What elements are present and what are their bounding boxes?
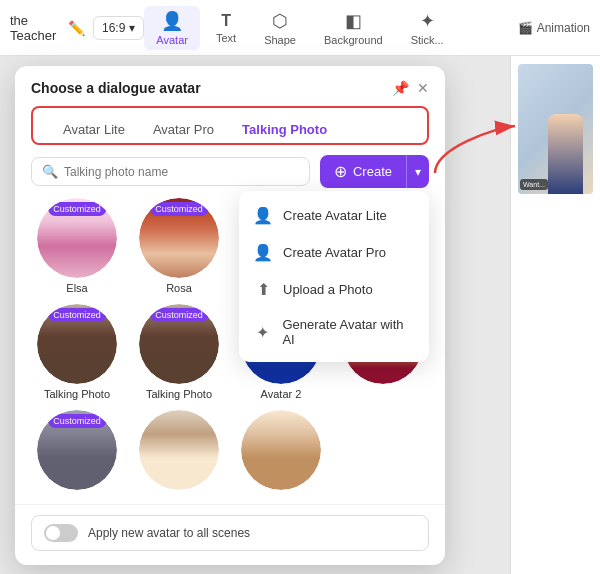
- dropdown-create-pro[interactable]: 👤 Create Avatar Pro: [239, 234, 429, 271]
- avatar-image: [241, 410, 321, 490]
- avatar-lite-icon: 👤: [253, 206, 273, 225]
- tool-sticker[interactable]: ✦ Stick...: [399, 6, 456, 50]
- create-button[interactable]: ⊕ Create: [320, 155, 406, 188]
- avatar-name: Talking Photo: [44, 388, 110, 400]
- edit-icon[interactable]: ✏️: [68, 20, 85, 36]
- tab-avatar-lite[interactable]: Avatar Lite: [49, 116, 139, 143]
- tab-talking-label: Talking Photo: [242, 122, 327, 137]
- avatar-img-wrapper: Customized: [37, 198, 117, 278]
- background-icon: ◧: [345, 10, 362, 32]
- search-box: 🔍: [31, 157, 310, 186]
- upload-icon: ⬆: [253, 280, 273, 299]
- modal-header-icons: 📌 ✕: [392, 80, 429, 96]
- toggle-apply-all[interactable]: [44, 524, 78, 542]
- dropdown-create-lite[interactable]: 👤 Create Avatar Lite: [239, 197, 429, 234]
- toggle-knob: [46, 526, 60, 540]
- create-dropdown-menu: 👤 Create Avatar Lite 👤 Create Avatar Pro…: [239, 191, 429, 362]
- pin-icon[interactable]: 📌: [392, 80, 409, 96]
- project-title: the Teacher: [10, 13, 60, 43]
- tab-pro-label: Avatar Pro: [153, 122, 214, 137]
- dropdown-generate-ai[interactable]: ✦ Generate Avatar with AI: [239, 308, 429, 356]
- dropdown-ai-label: Generate Avatar with AI: [282, 317, 415, 347]
- list-item[interactable]: Customized Talking Photo: [133, 304, 225, 400]
- list-item[interactable]: Customized Rosa: [133, 198, 225, 294]
- ai-icon: ✦: [253, 323, 272, 342]
- tool-shape[interactable]: ⬡ Shape: [252, 6, 308, 50]
- tool-background-label: Background: [324, 34, 383, 46]
- avatar-img-wrapper: Customized: [37, 410, 117, 490]
- avatar-name: Rosa: [166, 282, 192, 294]
- customized-badge: Customized: [150, 202, 208, 216]
- create-btn-group: ⊕ Create ▾ 👤 Create Avatar Lite 👤 Create…: [320, 155, 429, 188]
- tool-sticker-label: Stick...: [411, 34, 444, 46]
- avatar-img-wrapper: [139, 410, 219, 490]
- list-item[interactable]: Customized: [31, 410, 123, 494]
- toolbar-left: the Teacher ✏️ 16:9 ▾: [10, 13, 144, 43]
- list-item[interactable]: [235, 410, 327, 494]
- customized-badge: Customized: [48, 414, 106, 428]
- close-icon[interactable]: ✕: [417, 80, 429, 96]
- create-dropdown-button[interactable]: ▾: [406, 155, 429, 188]
- animation-button[interactable]: 🎬 Animation: [518, 21, 590, 35]
- list-item[interactable]: Customized Talking Photo: [31, 304, 123, 400]
- tool-shape-label: Shape: [264, 34, 296, 46]
- tab-avatar-pro[interactable]: Avatar Pro: [139, 116, 228, 143]
- tab-talking-photo[interactable]: Talking Photo: [228, 116, 341, 143]
- animation-icon: 🎬: [518, 21, 533, 35]
- customized-badge: Customized: [150, 308, 208, 322]
- create-label: Create: [353, 164, 392, 179]
- text-icon: T: [221, 12, 231, 30]
- dropdown-upload-photo[interactable]: ⬆ Upload a Photo: [239, 271, 429, 308]
- search-icon: 🔍: [42, 164, 58, 179]
- avatar-dialog: Choose a dialogue avatar 📌 ✕ Avatar Lite…: [15, 66, 445, 565]
- list-item[interactable]: [133, 410, 225, 494]
- tab-lite-label: Avatar Lite: [63, 122, 125, 137]
- tool-text[interactable]: T Text: [204, 8, 248, 48]
- right-preview-panel: Want...: [510, 56, 600, 574]
- modal-header: Choose a dialogue avatar 📌 ✕: [15, 66, 445, 96]
- toolbar-tools: 👤 Avatar T Text ⬡ Shape ◧ Background ✦ S…: [144, 6, 455, 50]
- list-item[interactable]: Customized Elsa: [31, 198, 123, 294]
- dropdown-upload-label: Upload a Photo: [283, 282, 373, 297]
- ratio-selector[interactable]: 16:9 ▾: [93, 16, 144, 40]
- avatar-tabs: Avatar Lite Avatar Pro Talking Photo: [31, 106, 429, 145]
- avatar-name: Elsa: [66, 282, 87, 294]
- plus-icon: ⊕: [334, 162, 347, 181]
- canvas-area: Want... Choose a dialogue avatar 📌 ✕ Ava…: [0, 56, 600, 574]
- customized-badge: Customized: [48, 308, 106, 322]
- modal-footer: Apply new avatar to all scenes: [15, 504, 445, 565]
- toolbar-right: 🎬 Animation: [456, 21, 590, 35]
- ratio-label: 16:9: [102, 21, 125, 35]
- toolbar: the Teacher ✏️ 16:9 ▾ 👤 Avatar T Text ⬡ …: [0, 0, 600, 56]
- avatar-img-wrapper: Customized: [37, 304, 117, 384]
- dropdown-pro-label: Create Avatar Pro: [283, 245, 386, 260]
- search-create-row: 🔍 ⊕ Create ▾ 👤 Create Avatar Lite 👤: [15, 145, 445, 198]
- tool-text-label: Text: [216, 32, 236, 44]
- avatar-icon: 👤: [161, 10, 183, 32]
- avatar-img-wrapper: [241, 410, 321, 490]
- avatar-img-wrapper: Customized: [139, 304, 219, 384]
- animation-label: Animation: [537, 21, 590, 35]
- sticker-icon: ✦: [420, 10, 435, 32]
- avatar-pro-icon: 👤: [253, 243, 273, 262]
- avatar-name: Avatar 2: [261, 388, 302, 400]
- modal-title: Choose a dialogue avatar: [31, 80, 201, 96]
- avatar-image: [139, 410, 219, 490]
- dropdown-lite-label: Create Avatar Lite: [283, 208, 387, 223]
- tool-background[interactable]: ◧ Background: [312, 6, 395, 50]
- shape-icon: ⬡: [272, 10, 288, 32]
- tool-avatar[interactable]: 👤 Avatar: [144, 6, 200, 50]
- avatar-img-wrapper: Customized: [139, 198, 219, 278]
- avatar-name: Talking Photo: [146, 388, 212, 400]
- search-input[interactable]: [64, 165, 299, 179]
- customized-badge: Customized: [48, 202, 106, 216]
- preview-slide[interactable]: Want...: [518, 64, 593, 194]
- chevron-down-icon: ▾: [129, 21, 135, 35]
- apply-label: Apply new avatar to all scenes: [88, 526, 250, 540]
- tool-avatar-label: Avatar: [156, 34, 188, 46]
- slide-person: [548, 114, 583, 194]
- apply-toggle-row: Apply new avatar to all scenes: [31, 515, 429, 551]
- want-more-badge: Want...: [520, 179, 548, 190]
